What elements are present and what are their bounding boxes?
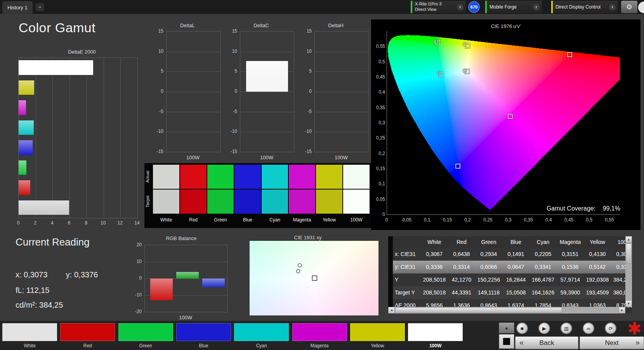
deltae2000-bar-magenta: [19, 100, 26, 115]
target-swatch-magenta: [289, 190, 315, 214]
deltae2000-gridline: [36, 58, 36, 218]
table-header-green: Green: [475, 236, 502, 248]
deltal-title: DeltaL: [154, 23, 220, 28]
meter-count-badge[interactable]: 670: [468, 1, 480, 13]
patch-green[interactable]: [118, 323, 173, 341]
deltae2000-bar-white: [19, 200, 69, 215]
rgb-balance-xlabel: 100W: [144, 315, 227, 320]
deltac-ytick: -15: [228, 149, 237, 154]
display-control-name: Direct Display Control: [553, 4, 609, 10]
deltac-gridline: [240, 132, 294, 132]
source-device-dropdown[interactable]: Mobile Forge ▼: [485, 1, 542, 13]
table-cell: 0,1536: [557, 261, 584, 273]
cie1976-ytick: 0,4: [372, 89, 385, 95]
deltal-chart: DeltaL151050-5-10-15100W: [154, 23, 220, 162]
display-control-dropdown[interactable]: Direct Display Control ▼: [551, 1, 618, 13]
table-row-label[interactable]: x: CIE31: [393, 248, 423, 261]
swatch-column-label: Blue: [234, 217, 261, 223]
pattern-window-button[interactable]: [499, 334, 514, 349]
deltah-ytick: -15: [303, 149, 312, 154]
deltal-gridline: [167, 92, 220, 92]
stop-button[interactable]: ■: [516, 322, 528, 334]
deltah-ytick: 0: [303, 89, 312, 94]
patch-white[interactable]: [2, 323, 57, 341]
vscroll-thumb[interactable]: [626, 244, 632, 264]
measure-button[interactable]: ▥: [561, 322, 572, 334]
deltal-gridline: [167, 112, 220, 112]
swatch-column-label: Yellow: [316, 217, 342, 223]
meter-device-dropdown[interactable]: X-Rite i1Pro 3 Direct View ▼: [411, 1, 466, 13]
table-row-label[interactable]: Y: [393, 273, 423, 286]
patch-yellow[interactable]: [350, 323, 405, 341]
deltae2000-gridline: [52, 58, 53, 218]
target-swatch-red: [180, 190, 207, 214]
table-header-magenta: Magenta: [557, 236, 584, 248]
deltae2000-xtick: 12: [115, 220, 125, 226]
deltal-plot: [166, 31, 220, 152]
deltac-gridline: [240, 92, 294, 92]
reading-x: x: 0,3073: [16, 270, 47, 279]
settings-button[interactable]: ⚙: [621, 1, 637, 13]
play-button[interactable]: ▶: [538, 322, 550, 334]
table-cell: 0,6438: [448, 248, 475, 261]
reading-cdm2: cd/m²: 384,25: [16, 301, 63, 310]
deltah-ytick: -5: [303, 109, 312, 114]
actual-swatch-blue: [234, 165, 261, 189]
target-swatch-green: [207, 190, 234, 214]
deltah-gridline: [315, 52, 368, 52]
deltac-bar: [246, 61, 288, 92]
rgb-ytick: -10: [131, 292, 142, 298]
patch-100w[interactable]: [408, 323, 463, 341]
history-tab[interactable]: History 1: [2, 1, 33, 14]
back-button[interactable]: « Back: [515, 336, 578, 349]
deltal-gridline: [167, 71, 220, 72]
gamut-coverage: Gamut Coverage: 99,1%: [547, 205, 620, 212]
table-cell: 150,2256: [475, 273, 502, 286]
table-row-label[interactable]: Target Y: [393, 286, 423, 299]
deltah-ytick: 5: [303, 68, 312, 74]
patch-label-magenta: Magenta: [292, 343, 347, 348]
swatch-column-label: Green: [207, 217, 234, 223]
scroll-left-button[interactable]: ◄: [388, 307, 395, 313]
reading-y: y: 0,3376: [66, 270, 98, 279]
deltae2000-title: DeltaE 2000: [17, 49, 146, 55]
table-row-label[interactable]: y: CIE31: [393, 261, 423, 273]
table-corner-strip: [388, 236, 393, 307]
meter-device-name: X-Rite i1Pro 3: [415, 2, 455, 7]
patch-magenta[interactable]: [292, 323, 347, 341]
deltac-ytick: 15: [228, 28, 237, 34]
deltae2000-xtick: 10: [99, 220, 108, 226]
cie1976-xtick: 0,15: [441, 217, 455, 223]
deltae2000-plot: [18, 57, 138, 218]
continuous-measure-button[interactable]: ∞: [583, 322, 594, 334]
chevron-down-icon: ▼: [457, 4, 463, 10]
deltah-gridline: [315, 71, 368, 72]
add-tab-button[interactable]: +: [36, 3, 44, 11]
swatch-column-label: 100W: [343, 217, 370, 223]
expand-up-button[interactable]: ▲: [499, 322, 514, 333]
red-asterisk-icon[interactable]: ✱: [627, 319, 642, 338]
patch-blue[interactable]: [176, 323, 231, 341]
next-button[interactable]: Next »: [580, 336, 644, 349]
deltae2000-bar-100w: [19, 60, 93, 75]
actual-swatch-yellow: [316, 165, 342, 189]
scroll-right-button[interactable]: ►: [619, 307, 625, 313]
deltae2000-gridline: [120, 58, 121, 218]
deltae2000-chart: DeltaE 200002468101214: [17, 49, 146, 228]
scroll-down-button[interactable]: ▼: [625, 300, 632, 307]
deltah-title: DeltaH: [303, 23, 369, 28]
deltah-ytick: 15: [303, 28, 312, 34]
deltae2000-xtick: 14: [132, 220, 142, 226]
chevron-down-icon: ▼: [533, 4, 540, 10]
patch-red[interactable]: [60, 323, 115, 341]
patch-cyan[interactable]: [234, 323, 289, 341]
hscroll-thumb[interactable]: [395, 307, 562, 313]
measurement-table: WhiteRedGreenBlueCyanMagentaYellow100Wx:…: [388, 236, 632, 313]
table-cell: 0,3067: [421, 248, 448, 261]
deltal-ytick: 5: [154, 68, 163, 74]
patch-label-blue: Blue: [176, 343, 231, 348]
scroll-up-button[interactable]: ▲: [625, 236, 632, 243]
corner-circle-icon[interactable]: [638, 2, 644, 13]
table-cell: 57,9714: [557, 273, 584, 286]
refresh-button[interactable]: ⟳: [605, 322, 616, 334]
